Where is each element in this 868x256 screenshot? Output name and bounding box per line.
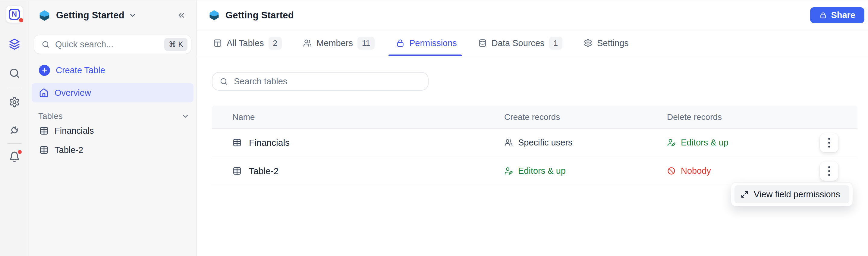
- create-records-permission[interactable]: Editors & up: [504, 166, 566, 176]
- plus-circle-icon: [39, 65, 50, 76]
- create-table-button[interactable]: Create Table: [39, 62, 192, 78]
- tab-label: Members: [316, 38, 353, 48]
- table-row: Table-2 Editors & up Nobody: [212, 157, 858, 185]
- tab-settings[interactable]: Settings: [584, 30, 629, 56]
- tab-count-badge: 2: [269, 37, 282, 50]
- permissions-content: Name Create records Delete records Finan…: [197, 56, 868, 256]
- permission-label: Editors & up: [518, 166, 566, 176]
- permissions-table: Name Create records Delete records Finan…: [212, 106, 858, 185]
- home-icon: [39, 88, 49, 98]
- plug-icon[interactable]: [9, 124, 20, 136]
- ban-icon: [667, 166, 676, 175]
- app-logo-button[interactable]: N: [6, 5, 23, 23]
- chevron-down-icon[interactable]: [181, 112, 190, 121]
- tab-data-sources[interactable]: Data Sources 1: [478, 30, 562, 56]
- share-label: Share: [831, 10, 855, 20]
- permission-label: Editors & up: [681, 138, 728, 148]
- lock-icon: [396, 38, 405, 47]
- table-icon: [232, 166, 242, 175]
- search-tables-field[interactable]: [234, 76, 421, 87]
- permission-label: Nobody: [681, 166, 711, 176]
- expand-icon: [741, 190, 749, 198]
- create-table-label: Create Table: [56, 65, 105, 75]
- base-cube-icon: [209, 10, 219, 21]
- table-icon: [39, 145, 49, 155]
- user-pen-icon: [504, 166, 513, 175]
- row-context-menu: View field permissions: [731, 182, 853, 206]
- rail-divider: [7, 88, 22, 88]
- quick-search-field[interactable]: [55, 39, 164, 50]
- menu-item-label: View field permissions: [754, 189, 840, 199]
- panels-icon: [213, 38, 222, 47]
- bell-icon[interactable]: [9, 151, 20, 163]
- main-panel: Getting Started Share All Tables 2 Membe…: [197, 0, 868, 256]
- base-header: Getting Started Share: [197, 0, 868, 30]
- share-button[interactable]: Share: [810, 7, 864, 23]
- sidebar-table-label: Table-2: [55, 145, 83, 155]
- logo-notification-dot: [19, 18, 23, 22]
- permission-label: Specific users: [518, 138, 572, 148]
- row-menu-kebab-icon[interactable]: [820, 133, 838, 152]
- column-header-create-records: Create records: [494, 113, 657, 122]
- layers-icon[interactable]: [8, 38, 21, 50]
- quick-search-input[interactable]: ⌘ K: [34, 35, 191, 54]
- users-icon: [303, 38, 312, 47]
- tab-count-badge: 11: [358, 37, 375, 50]
- tab-all-tables[interactable]: All Tables 2: [213, 30, 282, 56]
- bell-notification-dot: [18, 150, 22, 154]
- collapse-sidebar-icon[interactable]: [177, 11, 186, 20]
- tables-section-label: Tables: [38, 111, 63, 121]
- column-header-delete-records: Delete records: [657, 113, 820, 122]
- row-menu-kebab-icon[interactable]: [820, 161, 838, 181]
- base-cube-icon: [39, 10, 50, 21]
- page-title: Getting Started: [225, 10, 294, 21]
- row-table-name: Table-2: [249, 166, 278, 176]
- search-icon[interactable]: [9, 67, 20, 79]
- database-icon: [478, 38, 487, 47]
- column-header-name: Name: [212, 113, 494, 122]
- tab-label: Data Sources: [492, 38, 545, 48]
- sidebar-table-label: Financials: [55, 126, 94, 136]
- n-logo-icon: N: [9, 9, 20, 20]
- sidebar-item-table-2[interactable]: Table-2: [39, 140, 192, 160]
- users-icon: [504, 138, 513, 147]
- search-icon: [41, 40, 50, 49]
- workspace-title: Getting Started: [56, 10, 124, 21]
- sidebar-item-overview[interactable]: Overview: [32, 83, 193, 102]
- tab-bar: All Tables 2 Members 11 Permissions Data…: [197, 30, 868, 56]
- tab-label: Permissions: [409, 38, 457, 48]
- search-icon: [220, 77, 228, 86]
- delete-records-permission[interactable]: Nobody: [667, 166, 711, 176]
- tables-section-header: Tables: [38, 111, 190, 121]
- tab-permissions[interactable]: Permissions: [396, 30, 457, 56]
- shortcut-badge: ⌘ K: [164, 38, 187, 51]
- app-window: N Getting Started: [0, 0, 868, 256]
- tab-label: Settings: [597, 38, 629, 48]
- sidebar: Getting Started ⌘ K Create Table Overvie…: [29, 0, 197, 256]
- tab-count-badge: 1: [549, 37, 562, 50]
- tab-label: All Tables: [227, 38, 264, 48]
- table-icon: [39, 126, 49, 135]
- user-pen-icon: [667, 138, 676, 147]
- table-header-row: Name Create records Delete records: [212, 106, 858, 129]
- delete-records-permission[interactable]: Editors & up: [667, 138, 728, 148]
- search-tables-input[interactable]: [212, 72, 429, 91]
- table-icon: [232, 138, 242, 147]
- tab-members[interactable]: Members 11: [303, 30, 375, 56]
- gear-icon: [584, 38, 592, 47]
- view-field-permissions-item[interactable]: View field permissions: [735, 185, 849, 203]
- table-row: Financials Specific users Editors & up: [212, 129, 858, 157]
- chevron-down-icon[interactable]: [129, 11, 136, 19]
- lock-icon: [819, 11, 827, 19]
- row-table-name: Financials: [249, 138, 290, 148]
- workspace-header[interactable]: Getting Started: [29, 0, 196, 30]
- overview-label: Overview: [55, 88, 91, 98]
- icon-rail: N: [0, 0, 29, 256]
- gear-icon[interactable]: [9, 96, 20, 108]
- sidebar-item-financials[interactable]: Financials: [39, 121, 192, 140]
- create-records-permission[interactable]: Specific users: [504, 138, 572, 148]
